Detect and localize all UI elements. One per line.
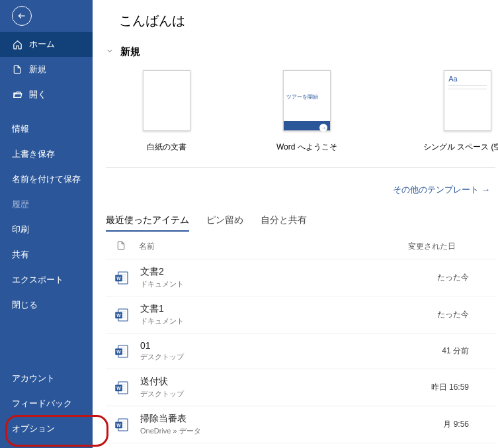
col-date: 変更された日 [408, 241, 456, 252]
word-file-icon [112, 416, 131, 434]
arrow-right-icon: → [319, 124, 327, 132]
sidebar-item-info[interactable]: 情報 [0, 116, 93, 142]
doc-location: デスクトップ [140, 352, 184, 362]
document-row[interactable]: 送付状デスクトップ昨日 16:59 [106, 369, 495, 406]
doc-location: ドキュメント [140, 316, 184, 326]
section-title-new: 新規 [120, 46, 140, 58]
sidebar-label: 開く [29, 89, 46, 101]
document-row[interactable]: 01デスクトップ41 分前 [106, 334, 495, 369]
document-row[interactable]: 掃除当番表OneDrive » データ月 9:56 [106, 406, 495, 443]
back-button[interactable] [12, 6, 32, 26]
sidebar-label: アカウント [12, 373, 55, 384]
sidebar-label: 新規 [29, 64, 46, 75]
template-single-space[interactable]: Aa シングル スペース (空白) [423, 70, 498, 153]
recent-tabs: 最近使ったアイテム ピン留め 自分と共有 [106, 214, 495, 232]
sidebar-label: 名前を付けて保存 [12, 173, 81, 185]
sidebar-item-home[interactable]: ホーム [0, 32, 93, 57]
sidebar-label: 情報 [12, 123, 29, 135]
sidebar-item-options[interactable]: オプション [0, 416, 93, 441]
more-templates-link[interactable]: その他のテンプレート → [106, 168, 495, 196]
word-file-icon [112, 379, 131, 397]
file-icon [12, 64, 22, 75]
doc-date: たった今 [437, 272, 469, 283]
template-thumb: ツアーを開始 → [283, 70, 331, 131]
list-header: 名前 変更された日 [106, 232, 495, 259]
doc-date: 昨日 16:59 [431, 382, 469, 393]
document-list: 文書2ドキュメントたった今文書1ドキュメントたった今01デスクトップ41 分前送… [106, 259, 495, 443]
doc-date: たった今 [437, 309, 469, 320]
sidebar-item-export[interactable]: エクスポート [0, 267, 93, 292]
template-thumb [143, 70, 190, 131]
sidebar-item-open[interactable]: 開く [0, 82, 93, 107]
tab-pinned[interactable]: ピン留め [206, 214, 243, 232]
sidebar-label: オプション [12, 423, 55, 435]
sidebar-label: ホーム [29, 38, 55, 50]
sidebar-label: 印刷 [12, 224, 29, 236]
sidebar-item-account[interactable]: アカウント [0, 366, 93, 391]
arrow-left-icon [17, 11, 26, 21]
doc-location: OneDrive » データ [140, 426, 201, 436]
template-blank[interactable]: 白紙の文書 [143, 70, 190, 153]
doc-location: デスクトップ [140, 389, 184, 399]
template-tour[interactable]: ツアーを開始 → Word へようこそ [276, 70, 337, 153]
template-label: 白紙の文書 [147, 142, 187, 153]
sidebar-label: フィードバック [12, 398, 72, 410]
col-name: 名前 [139, 241, 155, 252]
document-row[interactable]: 文書2ドキュメントたった今 [106, 259, 495, 296]
sidebar-item-save[interactable]: 上書き保存 [0, 142, 93, 167]
doc-date: 月 9:56 [443, 419, 469, 430]
sidebar-item-history[interactable]: 履歴 [0, 192, 93, 217]
template-thumb: Aa [444, 70, 491, 131]
doc-date: 41 分前 [442, 345, 469, 357]
backstage-sidebar: ホーム 新規 開く 情報 上書き保存 名前を付けて保存 履歴 印刷 共有 エクス… [0, 0, 93, 448]
template-gallery: 白紙の文書 ツアーを開始 → Word へようこそ Aa シングル スペース (… [106, 70, 495, 153]
sidebar-label: 上書き保存 [12, 148, 55, 160]
sidebar-item-saveas[interactable]: 名前を付けて保存 [0, 167, 93, 192]
sidebar-item-feedback[interactable]: フィードバック [0, 391, 93, 416]
sidebar-label: エクスポート [12, 274, 63, 286]
sidebar-label: 履歴 [12, 199, 29, 210]
template-label: Word へようこそ [276, 142, 337, 153]
chevron-down-icon[interactable] [106, 47, 114, 57]
greeting-text: こんばんは [106, 12, 495, 30]
word-file-icon [112, 306, 131, 324]
sidebar-item-new[interactable]: 新規 [0, 57, 93, 82]
sidebar-item-share[interactable]: 共有 [0, 242, 93, 267]
tour-thumb-text: ツアーを開始 [284, 91, 321, 103]
sidebar-item-close[interactable]: 閉じる [0, 292, 93, 318]
folder-open-icon [12, 89, 22, 100]
tab-recent[interactable]: 最近使ったアイテム [106, 214, 189, 232]
main-panel: こんばんは 新規 白紙の文書 ツアーを開始 → Word へようこそ Aa [93, 0, 498, 448]
tab-shared[interactable]: 自分と共有 [261, 214, 307, 232]
doc-title: 文書1 [140, 303, 184, 315]
doc-title: 送付状 [140, 376, 184, 388]
sidebar-label: 共有 [12, 249, 29, 261]
file-icon [116, 241, 126, 252]
doc-title: 掃除当番表 [140, 413, 201, 425]
doc-location: ドキュメント [140, 279, 184, 289]
document-row[interactable]: 文書1ドキュメントたった今 [106, 296, 495, 334]
word-file-icon [112, 269, 131, 287]
doc-title: 文書2 [140, 266, 184, 278]
doc-title: 01 [140, 340, 184, 351]
sidebar-item-print[interactable]: 印刷 [0, 217, 93, 242]
word-file-icon [112, 342, 131, 361]
template-label: シングル スペース (空白) [423, 142, 498, 153]
sidebar-label: 閉じる [12, 299, 38, 311]
aa-icon: Aa [448, 75, 487, 83]
home-icon [12, 39, 22, 50]
